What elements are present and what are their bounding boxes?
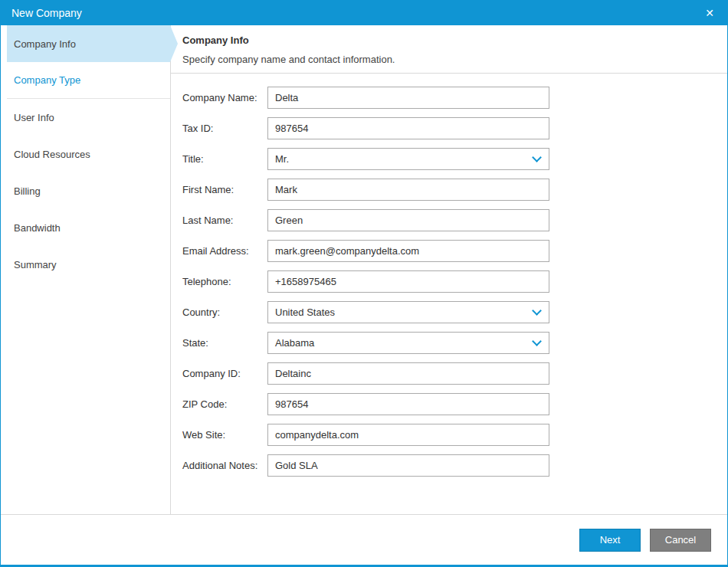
form-row: First Name: [182,179,727,201]
chevron-down-icon [532,306,542,316]
additional-notes-label: Additional Notes: [182,460,267,471]
company-id-label: Company ID: [182,368,267,379]
form-row: Company Name: [182,87,727,109]
content-area: Company Info Specify company name and co… [171,25,727,514]
sidebar-item-company-info[interactable]: Company Info [7,25,170,62]
tax-id-input[interactable] [267,117,549,139]
form-row: Country: United States [182,301,727,323]
first-name-input[interactable] [267,179,549,201]
step-title: Company Info [182,34,716,46]
first-name-label: First Name: [182,184,267,195]
form-row: Additional Notes: [182,454,727,477]
sidebar-item-label: User Info [14,112,54,123]
additional-notes-input[interactable] [267,454,549,477]
close-icon[interactable]: ✕ [703,8,717,18]
zip-code-label: ZIP Code: [182,398,267,410]
company-id-input[interactable] [267,362,549,385]
sidebar-item-label: Company Info [14,38,76,50]
chevron-down-icon [532,152,542,162]
title-select[interactable]: Mr. [267,148,549,170]
step-subtitle: Specify company name and contact informa… [182,54,716,65]
company-name-input[interactable] [267,87,549,109]
form-row: Telephone: [182,270,727,293]
window-title: New Company [11,7,82,19]
company-name-label: Company Name: [182,92,267,103]
sidebar-item-label: Company Type [14,74,80,86]
sidebar-item-label: Cloud Resources [14,149,90,160]
new-company-dialog: New Company ✕ Company Info Company Type … [0,0,728,567]
dialog-footer: Next Cancel [1,514,727,565]
zip-code-input[interactable] [267,393,549,415]
sidebar-item-summary[interactable]: Summary [7,246,170,283]
state-label: State: [182,337,267,349]
sidebar-item-label: Bandwidth [14,222,61,234]
main-area: Company Info Company Type User Info Clou… [1,25,727,514]
form-row: Title: Mr. [182,148,727,170]
wizard-steps-sidebar: Company Info Company Type User Info Clou… [1,25,171,514]
title-select-value: Mr. [275,153,289,165]
country-select-value: United States [275,306,335,318]
sidebar-item-bandwidth[interactable]: Bandwidth [7,209,170,246]
country-select[interactable]: United States [267,301,549,323]
title-label: Title: [182,153,267,165]
telephone-input[interactable] [267,270,549,293]
next-button[interactable]: Next [579,529,641,552]
form-row: ZIP Code: [182,393,727,415]
form-row: Email Address: [182,240,727,262]
web-site-label: Web Site: [182,429,267,441]
chevron-down-icon [532,336,542,346]
form-row: Tax ID: [182,117,727,139]
form-row: State: Alabama [182,332,727,354]
sidebar-item-user-info[interactable]: User Info [7,99,170,136]
web-site-input[interactable] [267,424,549,446]
form-row: Web Site: [182,424,727,446]
form-row: Company ID: [182,362,727,385]
company-info-form: Company Name: Tax ID: Title: Mr. First N… [171,74,727,485]
tax-id-label: Tax ID: [182,123,267,134]
last-name-label: Last Name: [182,215,267,226]
email-address-input[interactable] [267,240,549,262]
last-name-input[interactable] [267,209,549,231]
sidebar-item-cloud-resources[interactable]: Cloud Resources [7,136,170,172]
telephone-label: Telephone: [182,276,267,287]
sidebar-item-billing[interactable]: Billing [7,172,170,209]
email-address-label: Email Address: [182,245,267,257]
sidebar-item-company-type[interactable]: Company Type [7,62,170,99]
cancel-button[interactable]: Cancel [650,529,711,552]
step-header: Company Info Specify company name and co… [171,25,727,74]
country-label: Country: [182,306,267,318]
sidebar-item-label: Billing [14,185,41,197]
state-select-value: Alabama [275,337,314,349]
title-bar: New Company ✕ [1,0,727,25]
sidebar-item-label: Summary [14,259,57,270]
state-select[interactable]: Alabama [267,332,549,354]
form-row: Last Name: [182,209,727,231]
